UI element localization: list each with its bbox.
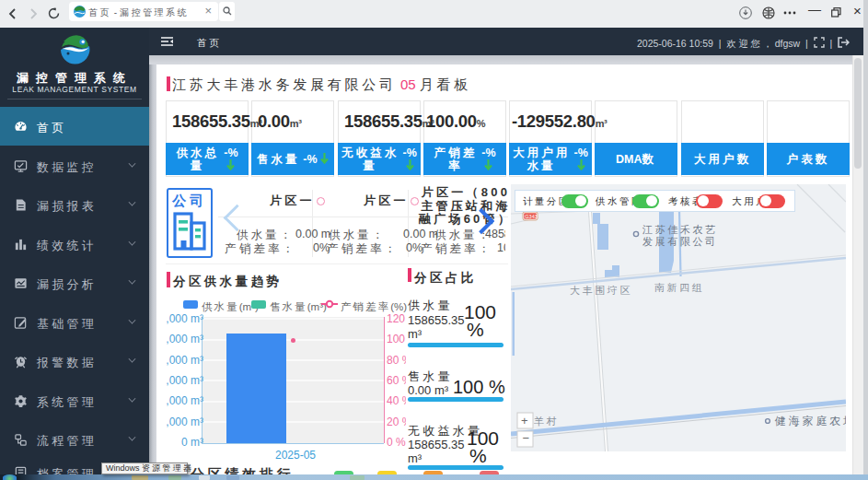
svg-text:大丰围垨区: 大丰围垨区 [570,285,632,296]
svg-text:江苏佳禾农艺: 江苏佳禾农艺 [642,224,718,235]
svg-text:发展有限公司: 发展有限公司 [642,236,718,247]
svg-text:+: + [521,414,528,427]
svg-text:羊村: 羊村 [534,416,559,427]
svg-text:−: − [523,431,530,445]
svg-text:南新四组: 南新四组 [654,282,704,293]
svg-text:G343: G343 [525,214,537,219]
svg-text:健海家庭农场: 健海家庭农场 [774,415,846,427]
